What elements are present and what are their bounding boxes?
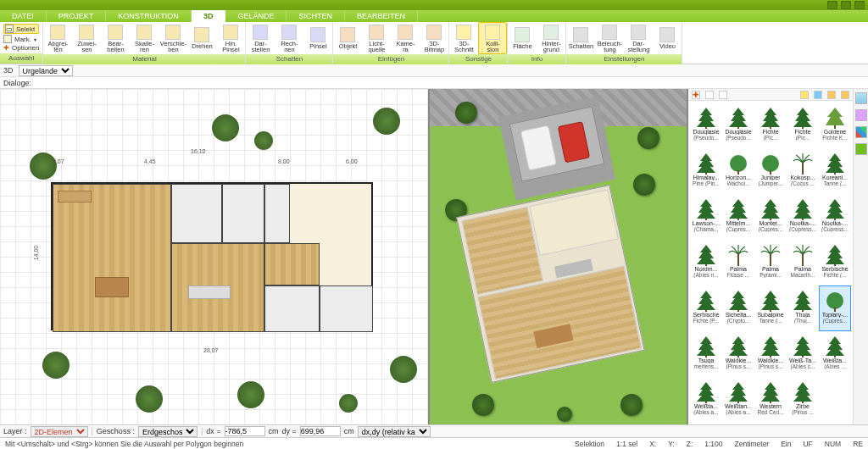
catalog-new-icon[interactable]: ✚ [692, 91, 700, 99]
catalog-item[interactable]: Koreani...Tanne (... [819, 148, 851, 194]
side-tab-cube-icon[interactable] [855, 109, 867, 121]
catalog-item[interactable]: PalmaFlüsse ... [722, 240, 754, 285]
catalog-item[interactable]: SerbischeFichte (... [819, 240, 851, 285]
floorplan-2d[interactable] [51, 182, 373, 330]
room-entry[interactable] [264, 243, 320, 285]
terrain-bush-2d[interactable] [212, 114, 239, 141]
catalog-view-icon[interactable] [814, 91, 822, 99]
terrain-bush-2d[interactable] [42, 352, 70, 379]
terrain-bush-3d[interactable] [637, 127, 659, 149]
view-2d[interactable]: 3,07 4,45 16,10 8,00 6,00 28,07 14,00 [0, 89, 430, 424]
terrain-bush-2d[interactable] [390, 356, 417, 383]
catalog-item[interactable]: Topiary-...(Cupres... [819, 285, 851, 331]
ribbon-btn-video[interactable]: Video [653, 22, 682, 54]
terrain-bush-2d[interactable] [136, 385, 163, 413]
terrain-bush-2d[interactable] [237, 381, 264, 408]
ribbon-btn-rechnen[interactable]: Rech-nen [275, 22, 303, 54]
dy-input[interactable] [300, 426, 341, 436]
dx-input[interactable] [225, 426, 265, 436]
window-close-button[interactable] [854, 1, 865, 9]
layer-dropdown[interactable]: Urgelände [19, 65, 73, 76]
ribbon-btn-schatten[interactable]: Schatten [566, 22, 595, 54]
ribbon-btn-lichtquelle[interactable]: Licht-quelle [362, 22, 391, 54]
ribbon-btn-dbitmap[interactable]: 3D-Bitmap [420, 22, 448, 54]
terrain-bush-3d[interactable] [557, 407, 572, 422]
catalog-item[interactable]: Nootka-...(Cupress... [787, 194, 819, 240]
window-max-button[interactable] [841, 1, 851, 9]
catalog-item[interactable]: Himalay...Pine (Pin... [690, 148, 722, 194]
room-living[interactable] [53, 184, 171, 332]
catalog-item[interactable]: Zirbe(Pinus ... [787, 377, 819, 423]
catalog-item[interactable]: Fichte(Pic... [754, 103, 787, 148]
terrain-bush-3d[interactable] [633, 174, 655, 196]
ribbon-btn-bearbeiten[interactable]: Bear-beiten [101, 22, 130, 54]
side-tab-plants-icon[interactable] [855, 143, 867, 155]
window-min-button[interactable] [827, 1, 837, 9]
catalog-item[interactable]: Weißta...(Abies ... [819, 331, 851, 377]
ribbon-btn-darstellung[interactable]: Dar-stellung [624, 22, 653, 54]
menu-tab-gelände[interactable]: GELÄNDE [225, 10, 287, 22]
ribbon-btn-skalieren[interactable]: Skalie-ren [130, 22, 159, 54]
catalog-item[interactable]: PalmaPyrami... [754, 240, 787, 285]
menu-tab-sichten[interactable]: SICHTEN [287, 10, 345, 22]
side-tab-layers-icon[interactable] [855, 92, 867, 104]
ribbon-btn-drehen[interactable]: Drehen [187, 22, 216, 54]
catalog-tool-icon[interactable] [705, 91, 714, 99]
menu-tab-konstruktion[interactable]: KONSTRUKTION [106, 10, 192, 22]
mark-button[interactable]: Mark. ▾ [3, 35, 39, 43]
catalog-folder-icon[interactable] [827, 91, 836, 99]
ribbon-btn-abgreifen[interactable]: Abgrei-fen [43, 22, 72, 54]
catalog-item[interactable]: Horizon...Wachol... [722, 148, 754, 194]
ribbon-btn-dschnitt[interactable]: 3D-Schnitt [449, 22, 478, 54]
room-bath[interactable] [171, 184, 222, 243]
ribbon-btn-flche[interactable]: Fläche [508, 22, 537, 54]
ribbon-btn-kollision[interactable]: Kolli-sion [478, 22, 507, 54]
catalog-item[interactable]: Weißtan...(Abies a... [722, 377, 754, 423]
catalog-item[interactable]: Douglasie(Pseudo... [690, 103, 722, 148]
catalog-item[interactable]: WesternRed Ced... [754, 377, 787, 423]
catalog-item[interactable]: GoldeneFichte K... [819, 103, 851, 148]
catalog-item[interactable]: Waldkie...(Pinus s... [722, 331, 754, 377]
catalog-view-icon[interactable] [800, 91, 809, 99]
room-hall[interactable] [222, 184, 264, 243]
side-tab-materials-icon[interactable] [855, 126, 867, 138]
selekt-button[interactable]: ▭Selekt [3, 24, 39, 34]
ribbon-btn-beleuchtung[interactable]: Beleuch-tung [595, 22, 624, 54]
catalog-item[interactable]: Tsugamertens... [690, 331, 722, 377]
catalog-item[interactable]: Fichte(Pic... [787, 103, 819, 148]
terrain-bush-2d[interactable] [254, 131, 273, 150]
catalog-item[interactable]: SerbischeFichte (P... [690, 285, 722, 331]
catalog-item[interactable]: Nootka-...(Cupress... [819, 194, 851, 240]
layer-select[interactable]: 2D-Elemen [31, 426, 88, 437]
ribbon-btn-darstellen[interactable]: Dar-stellen [246, 22, 275, 54]
coord-mode-select[interactable]: dx,dy (relativ ka [358, 426, 431, 437]
terrain-bush-2d[interactable] [30, 152, 57, 180]
geschoss-select[interactable]: Erdgeschos [138, 426, 198, 437]
catalog-item[interactable]: Kokosp...(Cocos ... [787, 148, 819, 194]
catalog-tool-icon[interactable] [719, 91, 727, 99]
catalog-item[interactable]: Douglasie(Pseudo... [722, 103, 754, 148]
ribbon-btn-hintergrund[interactable]: Hinter-grund [537, 22, 565, 54]
catalog-item[interactable]: Nordm...(Abies n... [690, 240, 722, 285]
ribbon-btn-zuweisen[interactable]: Zuwei-sen [72, 22, 101, 54]
catalog-item[interactable]: Waldkie...(Pinus s... [754, 331, 787, 377]
ribbon-btn-objekt[interactable]: Objekt [333, 22, 362, 54]
room-utility[interactable] [264, 285, 320, 332]
catalog-item[interactable]: Weiß-Ta...(Abies c... [787, 331, 819, 377]
menu-tab-projekt[interactable]: PROJEKT [47, 10, 107, 22]
catalog-item[interactable]: Weißta...(Abies a... [690, 377, 722, 423]
ribbon-btn-verschieben[interactable]: Verschie-ben [159, 22, 187, 54]
catalog-item[interactable]: Lawson-...(Chama... [690, 194, 722, 240]
room-stair[interactable] [320, 285, 373, 332]
terrain-bush-3d[interactable] [455, 102, 477, 124]
menu-tab-3d[interactable]: 3D [192, 10, 226, 22]
catalog-item[interactable]: SubalpineTanne (... [754, 285, 787, 331]
catalog-item[interactable]: Monter...(Cupres... [754, 194, 787, 240]
catalog-item[interactable]: Juniper(Juniper... [754, 148, 787, 194]
catalog-item[interactable]: Mittelm...(Cupres... [722, 194, 754, 240]
terrain-bush-2d[interactable] [373, 108, 400, 135]
catalog-item[interactable]: PalmaMacarth... [787, 240, 819, 285]
catalog-item[interactable]: Thuja(Thuj... [787, 285, 819, 331]
terrain-bush-2d[interactable] [339, 394, 358, 413]
menu-tab-datei[interactable]: DATEI [0, 10, 47, 22]
